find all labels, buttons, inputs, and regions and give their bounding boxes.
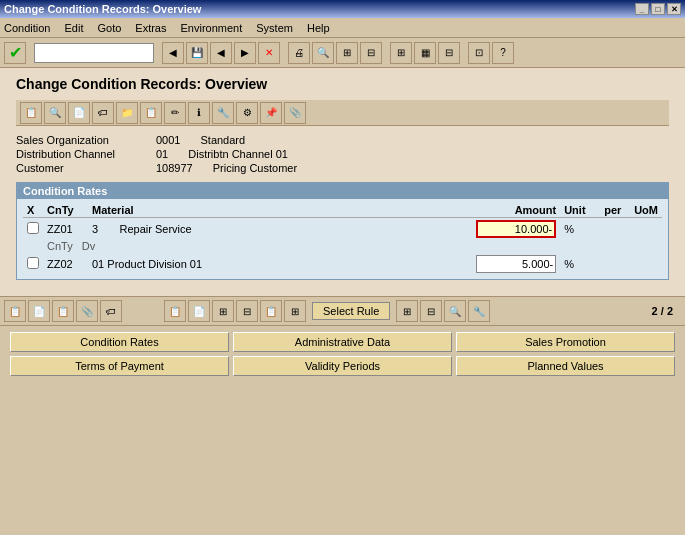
bottom-nav-2[interactable]: 📄 xyxy=(188,300,210,322)
page-title: Change Condition Records: Overview xyxy=(16,76,669,92)
footer-buttons: Condition Rates Administrative Data Sale… xyxy=(0,326,685,382)
action-btn-1[interactable]: 📋 xyxy=(20,102,42,124)
action-btn-7[interactable]: ✏ xyxy=(164,102,186,124)
col-x: X xyxy=(23,203,43,218)
action-btn-11[interactable]: 📌 xyxy=(260,102,282,124)
command-input[interactable] xyxy=(34,43,154,63)
toolbar-btn-4[interactable]: ⊟ xyxy=(360,42,382,64)
back-icon[interactable]: ✔ xyxy=(4,42,26,64)
stop-icon[interactable]: ✕ xyxy=(258,42,280,64)
nav-arrow-4[interactable]: 🔧 xyxy=(468,300,490,322)
bottom-toolbar: 📋 📄 📋 📎 🏷 📋 📄 ⊞ ⊟ 📋 ⊞ Select Rule ⊞ ⊟ 🔍 … xyxy=(0,296,685,326)
menu-extras[interactable]: Extras xyxy=(135,22,166,34)
help-icon[interactable]: ? xyxy=(492,42,514,64)
page-indicator: 2 / 2 xyxy=(652,305,681,317)
action-btn-8[interactable]: ℹ xyxy=(188,102,210,124)
row1-unit: % xyxy=(560,218,600,241)
action-btn-3[interactable]: 📄 xyxy=(68,102,90,124)
main-toolbar: ✔ ◀ 💾 ◀ ▶ ✕ 🖨 🔍 ⊞ ⊟ ⊞ ▦ ⊟ ⊡ ? xyxy=(0,38,685,68)
print-icon[interactable]: 🖨 xyxy=(288,42,310,64)
action-btn-2[interactable]: 🔍 xyxy=(44,102,66,124)
btn-admin-data[interactable]: Administrative Data xyxy=(233,332,452,352)
bottom-btn-5[interactable]: 🏷 xyxy=(100,300,122,322)
row1-checkbox[interactable] xyxy=(27,222,39,234)
table-row: ZZ01 3 Repair Service % xyxy=(23,218,662,241)
condition-rates-table: X CnTy Material Amount Unit per UoM xyxy=(23,203,662,275)
row2-uom xyxy=(630,253,662,275)
select-rule-button[interactable]: Select Rule xyxy=(312,302,390,320)
nav-arrow-1[interactable]: ⊞ xyxy=(396,300,418,322)
info-row-channel: Distribution Channel 01 Distribtn Channe… xyxy=(16,148,669,160)
title-bar: Change Condition Records: Overview _ □ ✕ xyxy=(0,0,685,18)
desc-sales-org: Standard xyxy=(200,134,245,146)
bottom-btn-2[interactable]: 📄 xyxy=(28,300,50,322)
menu-edit[interactable]: Edit xyxy=(64,22,83,34)
minimize-button[interactable]: _ xyxy=(635,3,649,15)
toolbar-btn-3[interactable]: ⊞ xyxy=(336,42,358,64)
label-sales-org: Sales Organization xyxy=(16,134,156,146)
row1-amount-input[interactable] xyxy=(476,220,556,238)
btn-sales-promotion[interactable]: Sales Promotion xyxy=(456,332,675,352)
nav-arrow-3[interactable]: 🔍 xyxy=(444,300,466,322)
row2-amount-cell xyxy=(440,253,560,275)
nav-arrow-2[interactable]: ⊟ xyxy=(420,300,442,322)
toolbar-btn-7[interactable]: ⊟ xyxy=(438,42,460,64)
row1-uom xyxy=(630,218,662,241)
row1-per xyxy=(600,218,630,241)
action-toolbar: 📋 🔍 📄 🏷 📁 📋 ✏ ℹ 🔧 ⚙ 📌 📎 xyxy=(16,100,669,126)
menu-system[interactable]: System xyxy=(256,22,293,34)
col-cnty: CnTy xyxy=(43,203,88,218)
row1-material: 3 Repair Service xyxy=(88,218,440,241)
bottom-nav-4[interactable]: ⊟ xyxy=(236,300,258,322)
menu-goto[interactable]: Goto xyxy=(97,22,121,34)
bottom-nav-6[interactable]: ⊞ xyxy=(284,300,306,322)
action-btn-12[interactable]: 📎 xyxy=(284,102,306,124)
action-btn-6[interactable]: 📋 xyxy=(140,102,162,124)
action-btn-10[interactable]: ⚙ xyxy=(236,102,258,124)
menu-bar: Condition Edit Goto Extras Environment S… xyxy=(0,18,685,38)
close-button[interactable]: ✕ xyxy=(667,3,681,15)
col-amount: Amount xyxy=(440,203,560,218)
row1-cnty: ZZ01 xyxy=(43,218,88,241)
menu-help[interactable]: Help xyxy=(307,22,330,34)
main-content: Change Condition Records: Overview 📋 🔍 📄… xyxy=(0,68,685,296)
info-row-customer: Customer 108977 Pricing Customer xyxy=(16,162,669,174)
bottom-btn-1[interactable]: 📋 xyxy=(4,300,26,322)
col-uom: UoM xyxy=(630,203,662,218)
col-unit: Unit xyxy=(560,203,600,218)
bottom-btn-3[interactable]: 📋 xyxy=(52,300,74,322)
btn-planned-values[interactable]: Planned Values xyxy=(456,356,675,376)
condition-rates-box: Condition Rates X CnTy Material Amount U… xyxy=(16,182,669,280)
toolbar-btn-5[interactable]: ⊞ xyxy=(390,42,412,64)
table-subrow: CnTy Dv xyxy=(23,240,662,253)
desc-customer: Pricing Customer xyxy=(213,162,297,174)
save-icon[interactable]: 💾 xyxy=(186,42,208,64)
menu-condition[interactable]: Condition xyxy=(4,22,50,34)
action-btn-5[interactable]: 📁 xyxy=(116,102,138,124)
menu-environment[interactable]: Environment xyxy=(181,22,243,34)
maximize-button[interactable]: □ xyxy=(651,3,665,15)
btn-validity-periods[interactable]: Validity Periods xyxy=(233,356,452,376)
label-dist-channel: Distribution Channel xyxy=(16,148,156,160)
info-section: Sales Organization 0001 Standard Distrib… xyxy=(16,134,669,174)
bottom-nav-3[interactable]: ⊞ xyxy=(212,300,234,322)
nav-prev-icon[interactable]: ◀ xyxy=(162,42,184,64)
action-btn-4[interactable]: 🏷 xyxy=(92,102,114,124)
bottom-btn-4[interactable]: 📎 xyxy=(76,300,98,322)
action-btn-9[interactable]: 🔧 xyxy=(212,102,234,124)
btn-condition-rates[interactable]: Condition Rates xyxy=(10,332,229,352)
nav-fwd-icon[interactable]: ▶ xyxy=(234,42,256,64)
info-row-org: Sales Organization 0001 Standard xyxy=(16,134,669,146)
row2-amount-input[interactable] xyxy=(476,255,556,273)
toolbar-btn-8[interactable]: ⊡ xyxy=(468,42,490,64)
title-bar-text: Change Condition Records: Overview xyxy=(4,3,201,15)
nav-back-icon[interactable]: ◀ xyxy=(210,42,232,64)
row1-checkbox-cell xyxy=(23,218,43,241)
bottom-nav-1[interactable]: 📋 xyxy=(164,300,186,322)
btn-terms-payment[interactable]: Terms of Payment xyxy=(10,356,229,376)
toolbar-btn-6[interactable]: ▦ xyxy=(414,42,436,64)
find-icon[interactable]: 🔍 xyxy=(312,42,334,64)
row2-checkbox[interactable] xyxy=(27,257,39,269)
table-row: ZZ02 01 Product Division 01 % xyxy=(23,253,662,275)
bottom-nav-5[interactable]: 📋 xyxy=(260,300,282,322)
